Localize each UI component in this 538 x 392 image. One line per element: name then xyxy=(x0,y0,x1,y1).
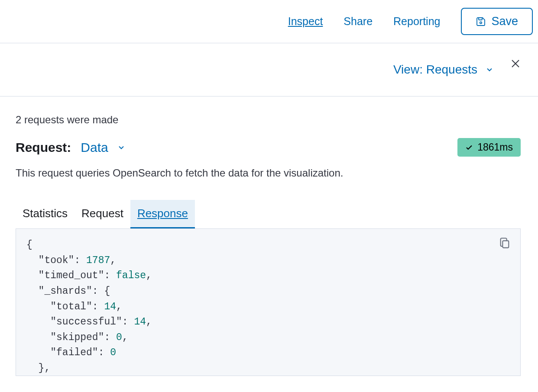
request-dropdown[interactable]: Data xyxy=(81,140,125,155)
request-header: Request: Data 1861ms xyxy=(16,138,521,157)
chevron-down-icon xyxy=(117,143,126,152)
requests-count-text: 2 requests were made xyxy=(16,114,521,126)
request-dropdown-value: Data xyxy=(81,140,108,155)
time-badge: 1861ms xyxy=(457,138,521,157)
chevron-down-icon xyxy=(485,65,494,74)
request-description: This request queries OpenSearch to fetch… xyxy=(16,167,521,179)
copy-icon[interactable] xyxy=(499,237,511,249)
tab-response[interactable]: Response xyxy=(130,200,195,228)
share-link[interactable]: Share xyxy=(344,15,373,28)
save-button[interactable]: Save xyxy=(461,8,533,35)
response-code-block: { "took": 1787, "timed_out": false, "_sh… xyxy=(16,229,521,376)
save-icon xyxy=(476,16,486,27)
view-dropdown-label: View: Requests xyxy=(393,63,477,77)
svg-rect-4 xyxy=(502,241,509,247)
inspect-link[interactable]: Inspect xyxy=(288,15,323,28)
top-toolbar: Inspect Share Reporting Save xyxy=(0,0,538,43)
check-icon xyxy=(465,144,473,151)
request-header-left: Request: Data xyxy=(16,140,126,155)
view-dropdown[interactable]: View: Requests xyxy=(393,63,494,77)
view-bar: View: Requests xyxy=(0,43,538,96)
code-content: { "took": 1787, "timed_out": false, "_sh… xyxy=(26,239,152,374)
svg-rect-0 xyxy=(479,18,482,20)
request-label: Request: xyxy=(16,140,71,155)
svg-point-1 xyxy=(480,22,482,23)
reporting-link[interactable]: Reporting xyxy=(393,15,440,28)
time-badge-value: 1861ms xyxy=(477,141,513,153)
tabs: Statistics Request Response xyxy=(16,200,521,229)
tab-request[interactable]: Request xyxy=(75,200,130,228)
save-button-label: Save xyxy=(491,15,518,28)
close-icon[interactable] xyxy=(510,58,521,69)
content-area: 2 requests were made Request: Data 1861m… xyxy=(0,96,538,376)
tab-statistics[interactable]: Statistics xyxy=(16,200,75,228)
